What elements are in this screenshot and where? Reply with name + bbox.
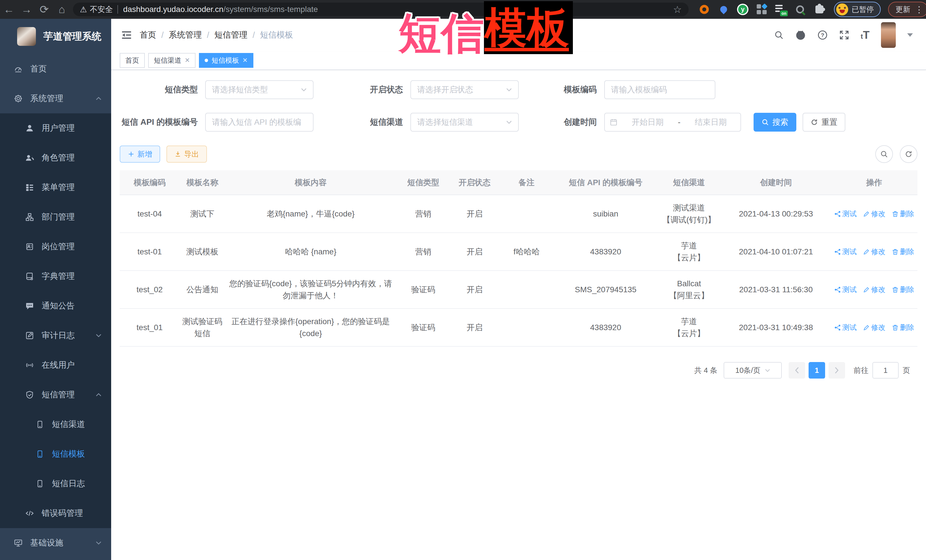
add-button[interactable]: 新增	[120, 146, 160, 163]
api-template-id-input[interactable]: 请输入短信 API 的模板编	[205, 113, 313, 131]
page-size-select[interactable]: 10条/页	[724, 362, 782, 379]
breadcrumb-sms[interactable]: 短信管理	[214, 29, 247, 41]
status-select[interactable]: 请选择开启状态	[410, 80, 519, 99]
browser-home-icon[interactable]: ⌂	[53, 3, 71, 16]
sidebar-item-sms[interactable]: 短信管理	[0, 380, 111, 410]
col-header-content: 模板内容	[225, 171, 396, 195]
prev-page-button[interactable]	[788, 362, 805, 379]
cell-create-time: 2021-04-13 00:29:53	[721, 195, 831, 233]
svg-text:?: ?	[821, 32, 824, 38]
help-icon[interactable]: ?	[817, 30, 828, 40]
font-size-icon[interactable]: tT	[861, 30, 870, 41]
browser-update-button[interactable]: 更新 ⋮	[888, 2, 926, 17]
tab-sms-template[interactable]: 短信模板 ✕	[199, 53, 253, 68]
browser-back-icon[interactable]: ←	[0, 3, 18, 16]
sidebar-item-label: 用户管理	[42, 122, 75, 134]
search-button[interactable]: 搜索	[754, 113, 796, 131]
sidebar-item-sms-channel[interactable]: 短信渠道	[0, 410, 111, 439]
app-logo-row[interactable]: 芋道管理系统	[0, 19, 111, 54]
url-host[interactable]: dashboard.yudao.iocoder.cn	[123, 5, 224, 14]
edit-link[interactable]: 修改	[863, 246, 885, 257]
sidebar-item-label: 短信管理	[42, 389, 75, 400]
delete-link[interactable]: 删除	[892, 246, 914, 257]
template-code-input[interactable]: 请输入模板编码	[604, 80, 716, 99]
sidebar-item-online-users[interactable]: 在线用户	[0, 350, 111, 380]
sidebar-item-error-codes[interactable]: 错误码管理	[0, 498, 111, 528]
channel-select[interactable]: 请选择短信渠道	[410, 113, 519, 131]
tab-sms-channel[interactable]: 短信渠道 ✕	[148, 53, 195, 68]
sidebar-item-sms-template[interactable]: 短信模板	[0, 439, 111, 469]
tab-close-icon[interactable]: ✕	[185, 57, 190, 64]
browser-menu-icon[interactable]: ⋮	[915, 5, 923, 15]
sidebar-item-audit-log[interactable]: 审计日志	[0, 321, 111, 350]
extension-puzzle-icon[interactable]	[813, 3, 825, 15]
sidebar-item-roles[interactable]: 角色管理	[0, 143, 111, 173]
table-row: test_02 公告通知 您的验证码{code}，该验证码5分钟内有效，请勿泄漏…	[120, 270, 917, 308]
test-link[interactable]: 测试	[834, 284, 857, 295]
chevron-right-icon	[834, 367, 839, 374]
sidebar-item-dict[interactable]: 字典管理	[0, 261, 111, 291]
github-icon[interactable]	[795, 30, 806, 41]
profile-paused-chip[interactable]: 已暂停	[834, 2, 881, 17]
test-link[interactable]: 测试	[834, 208, 857, 219]
delete-link[interactable]: 删除	[892, 208, 914, 219]
sidebar-item-notice[interactable]: 通知公告	[0, 291, 111, 321]
cell-api-id: 4383920	[554, 233, 657, 270]
edit-link[interactable]: 修改	[863, 322, 885, 333]
extension-orange-ring-icon[interactable]	[698, 3, 710, 15]
breadcrumb-separator: /	[207, 30, 209, 40]
extension-blue-pin-icon[interactable]	[718, 3, 729, 15]
channel-code: 【云片】	[660, 328, 718, 340]
breadcrumb-system[interactable]: 系统管理	[169, 29, 202, 41]
extension-green-y-icon[interactable]: y	[737, 4, 749, 15]
browser-reload-icon[interactable]: ⟳	[35, 3, 53, 16]
user-avatar[interactable]	[881, 22, 896, 48]
next-page-button[interactable]	[829, 362, 845, 379]
page-number-button[interactable]: 1	[809, 362, 825, 379]
sidebar-item-home[interactable]: 首页	[0, 54, 111, 84]
refresh-table-button[interactable]	[900, 145, 917, 163]
test-link[interactable]: 测试	[834, 322, 857, 333]
date-range-picker[interactable]: 开始日期 - 结束日期	[604, 113, 741, 131]
url-path[interactable]: /system/sms/sms-template	[224, 5, 318, 14]
extension-magnifier-icon[interactable]	[794, 3, 806, 15]
sms-type-select[interactable]: 请选择短信类型	[205, 80, 313, 99]
edit-link[interactable]: 修改	[863, 208, 885, 219]
extension-list-on-icon[interactable]: on	[775, 4, 787, 15]
channel-name: 芋道	[660, 315, 718, 328]
chevron-up-icon	[96, 393, 101, 397]
sidebar-item-sms-log[interactable]: 短信日志	[0, 469, 111, 498]
bookmark-star-icon[interactable]: ☆	[673, 4, 682, 15]
goto-page-input[interactable]: 1	[872, 362, 899, 379]
audit-log-icon	[24, 331, 35, 340]
export-button[interactable]: 导出	[166, 146, 207, 163]
sidebar-item-infrastructure[interactable]: 基础设施	[0, 528, 111, 558]
avatar-caret-down-icon[interactable]	[907, 33, 913, 37]
extension-grid-icon[interactable]	[756, 3, 768, 15]
tab-label: 首页	[126, 56, 139, 65]
url-bar[interactable]: ⚠ 不安全 dashboard.yudao.iocoder.cn /system…	[73, 3, 688, 16]
sidebar-item-users[interactable]: 用户管理	[0, 113, 111, 143]
tab-close-icon[interactable]: ✕	[242, 57, 247, 64]
hamburger-icon[interactable]	[121, 30, 132, 39]
security-label[interactable]: 不安全	[90, 4, 113, 15]
fullscreen-icon[interactable]	[839, 30, 849, 40]
breadcrumb-home[interactable]: 首页	[140, 29, 156, 41]
show-search-toggle-button[interactable]	[875, 145, 893, 163]
sidebar-item-departments[interactable]: 部门管理	[0, 202, 111, 232]
reset-button[interactable]: 重置	[803, 113, 845, 131]
sidebar-item-posts[interactable]: 岗位管理	[0, 232, 111, 261]
test-link[interactable]: 测试	[834, 246, 857, 257]
date-start-placeholder[interactable]: 开始日期	[623, 117, 672, 128]
sidebar-item-label: 在线用户	[42, 359, 75, 371]
tab-home[interactable]: 首页	[120, 53, 145, 68]
sidebar-item-system[interactable]: 系统管理	[0, 84, 111, 113]
delete-link[interactable]: 删除	[892, 322, 914, 333]
edit-link[interactable]: 修改	[863, 284, 885, 295]
delete-link[interactable]: 删除	[892, 284, 914, 295]
header-search-icon[interactable]	[774, 30, 784, 40]
browser-forward-icon[interactable]: →	[18, 3, 35, 16]
date-end-placeholder[interactable]: 结束日期	[686, 117, 735, 128]
channel-code: 【调试(钉钉)】	[660, 214, 718, 226]
sidebar-item-menus[interactable]: 菜单管理	[0, 173, 111, 202]
